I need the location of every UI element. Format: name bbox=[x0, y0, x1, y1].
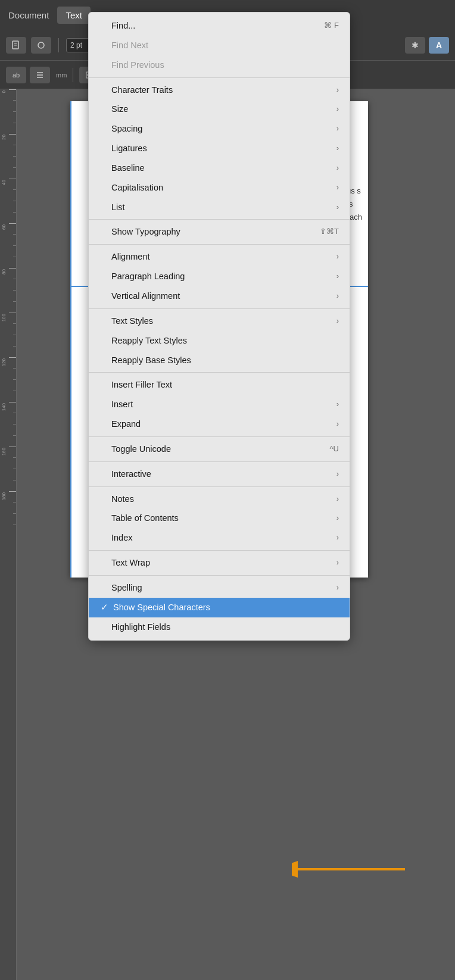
menu-separator bbox=[89, 550, 350, 551]
menu-item-list[interactable]: List› bbox=[89, 198, 350, 217]
menu-item-label: Show Special Characters bbox=[113, 602, 210, 613]
menu-item-find-next: Find Next bbox=[89, 36, 350, 55]
menu-item-label: Expand bbox=[111, 419, 141, 430]
menu-item-label: Show Typography bbox=[111, 226, 180, 238]
toolbar-tab-btn[interactable]: ab bbox=[6, 67, 26, 83]
menu-separator bbox=[89, 436, 350, 437]
menu-item-highlight-fields[interactable]: Highlight Fields bbox=[89, 617, 350, 637]
menu-item-label: Reapply Text Styles bbox=[111, 335, 187, 347]
submenu-arrow-icon: › bbox=[336, 469, 339, 479]
menu-text[interactable]: Text bbox=[57, 7, 91, 24]
menu-item-label: Character Traits bbox=[111, 85, 173, 96]
submenu-arrow-icon: › bbox=[336, 316, 339, 326]
menu-shortcut: ⌘ F bbox=[324, 21, 339, 31]
blue-line-left bbox=[70, 101, 71, 578]
submenu-arrow-icon: › bbox=[336, 85, 339, 95]
menu-item-notes[interactable]: Notes› bbox=[89, 489, 350, 509]
menu-item-ligatures[interactable]: Ligatures› bbox=[89, 139, 350, 158]
menu-item-baseline[interactable]: Baseline› bbox=[89, 158, 350, 178]
toolbar-lines-btn[interactable] bbox=[30, 67, 50, 83]
toolbar-text-btn[interactable]: A bbox=[429, 37, 449, 54]
menu-item-label: Highlight Fields bbox=[111, 622, 170, 633]
menu-shortcut: ⇧⌘T bbox=[320, 227, 339, 237]
menu-item-find-previous: Find Previous bbox=[89, 55, 350, 75]
submenu-arrow-icon: › bbox=[336, 183, 339, 193]
toolbar-star-btn[interactable]: ✱ bbox=[405, 37, 425, 54]
menu-item-label: Toggle Unicode bbox=[111, 444, 171, 455]
menu-item-show-typography[interactable]: Show Typography⇧⌘T bbox=[89, 222, 350, 242]
submenu-arrow-icon: › bbox=[336, 533, 339, 543]
menu-item-reapply-base-styles[interactable]: Reapply Base Styles bbox=[89, 351, 350, 370]
menu-item-insert-filler-text[interactable]: Insert Filler Text bbox=[89, 375, 350, 395]
menu-item-label: Table of Contents bbox=[111, 513, 179, 524]
menu-item-spacing[interactable]: Spacing› bbox=[89, 119, 350, 139]
menu-separator bbox=[89, 244, 350, 245]
menu-item-label: Text Wrap bbox=[111, 557, 150, 569]
mm-label: mm bbox=[56, 71, 67, 79]
menu-item-toggle-unicode[interactable]: Toggle Unicode^U bbox=[89, 439, 350, 459]
submenu-arrow-icon: › bbox=[336, 104, 339, 114]
menu-item-expand[interactable]: Expand› bbox=[89, 414, 350, 434]
submenu-arrow-icon: › bbox=[336, 271, 339, 282]
menu-item-interactive[interactable]: Interactive› bbox=[89, 464, 350, 484]
menu-item-label: Spacing bbox=[111, 123, 142, 135]
submenu-arrow-icon: › bbox=[336, 400, 339, 410]
menu-item-label: Interactive bbox=[111, 469, 151, 480]
menu-item-alignment[interactable]: Alignment› bbox=[89, 247, 350, 267]
menu-separator bbox=[89, 575, 350, 576]
menu-item-reapply-text-styles[interactable]: Reapply Text Styles bbox=[89, 331, 350, 351]
menu-item-show-special-characters[interactable]: ✓Show Special Characters bbox=[89, 598, 350, 617]
menu-item-label: Text Styles bbox=[111, 316, 153, 327]
menu-item-label: Ligatures bbox=[111, 143, 147, 154]
menu-item-label: Index bbox=[111, 532, 132, 544]
menu-separator bbox=[89, 461, 350, 462]
menu-item-label: Capitalisation bbox=[111, 182, 163, 193]
menu-item-index[interactable]: Index› bbox=[89, 528, 350, 548]
menu-document[interactable]: Document bbox=[0, 7, 57, 24]
menu-item-label: Size bbox=[111, 104, 128, 115]
menu-item-spelling[interactable]: Spelling› bbox=[89, 578, 350, 598]
menu-item-label: Vertical Alignment bbox=[111, 291, 180, 302]
menu-item-label: Insert bbox=[111, 399, 133, 410]
submenu-arrow-icon: › bbox=[336, 163, 339, 173]
menu-separator bbox=[89, 219, 350, 220]
left-ruler: 0 20 40 60 80 100 120 140 160 180 bbox=[0, 89, 17, 980]
menu-item-label: Reapply Base Styles bbox=[111, 355, 191, 366]
menu-item-label: Alignment bbox=[111, 251, 149, 263]
menu-item-text-styles[interactable]: Text Styles› bbox=[89, 311, 350, 331]
menu-separator bbox=[89, 77, 350, 78]
submenu-arrow-icon: › bbox=[336, 419, 339, 429]
svg-point-3 bbox=[38, 42, 44, 48]
menu-item-paragraph-leading[interactable]: Paragraph Leading› bbox=[89, 267, 350, 286]
menu-item-label: Paragraph Leading bbox=[111, 271, 185, 282]
toolbar-circle-btn[interactable] bbox=[31, 37, 51, 54]
menu-item-text-wrap[interactable]: Text Wrap› bbox=[89, 553, 350, 573]
menu-item-label: Find... bbox=[111, 20, 135, 32]
menu-shortcut: ^U bbox=[330, 444, 339, 454]
submenu-arrow-icon: › bbox=[336, 124, 339, 134]
menu-item-table-of-contents[interactable]: Table of Contents› bbox=[89, 508, 350, 528]
submenu-arrow-icon: › bbox=[336, 494, 339, 504]
menu-item-vertical-alignment[interactable]: Vertical Alignment› bbox=[89, 286, 350, 306]
toolbar-divider1 bbox=[58, 38, 59, 52]
checkmark-icon: ✓ bbox=[101, 602, 108, 613]
toolbar-page-btn[interactable] bbox=[6, 37, 26, 54]
menu-item-find[interactable]: Find...⌘ F bbox=[89, 16, 350, 36]
submenu-arrow-icon: › bbox=[336, 143, 339, 154]
submenu-arrow-icon: › bbox=[336, 513, 339, 523]
menu-item-label: Find Previous bbox=[111, 60, 164, 71]
submenu-arrow-icon: › bbox=[336, 202, 339, 213]
menu-item-label: Insert Filler Text bbox=[111, 379, 172, 391]
menu-separator bbox=[89, 308, 350, 309]
menu-item-label: Spelling bbox=[111, 582, 142, 594]
menu-separator bbox=[89, 372, 350, 373]
menu-item-character-traits[interactable]: Character Traits› bbox=[89, 80, 350, 100]
orange-arrow bbox=[292, 854, 411, 887]
menu-item-label: Baseline bbox=[111, 163, 145, 174]
menu-separator bbox=[89, 486, 350, 487]
text-dropdown-menu: Find...⌘ FFind NextFind PreviousCharacte… bbox=[88, 12, 350, 641]
menu-item-capitalisation[interactable]: Capitalisation› bbox=[89, 178, 350, 198]
menu-item-label: Find Next bbox=[111, 40, 148, 51]
menu-item-insert[interactable]: Insert› bbox=[89, 395, 350, 414]
menu-item-size[interactable]: Size› bbox=[89, 99, 350, 119]
